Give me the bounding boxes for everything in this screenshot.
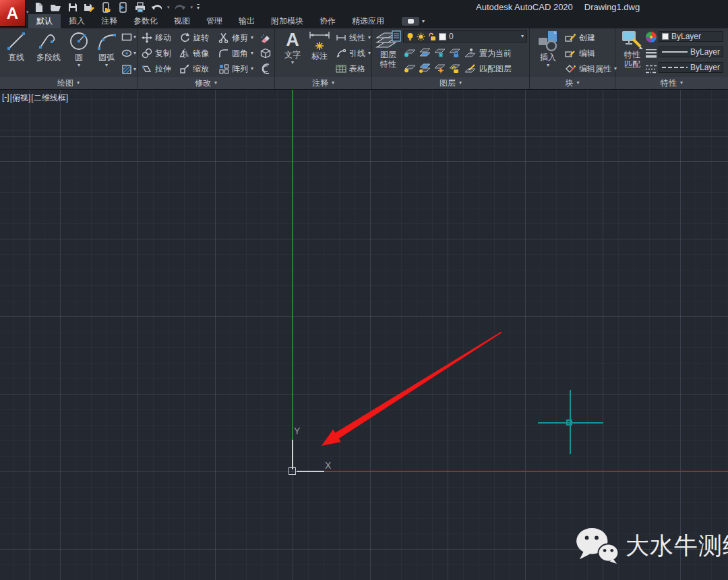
layer-unlock-button[interactable] bbox=[448, 62, 460, 74]
linear-label: 线性 bbox=[349, 32, 365, 44]
trim-button[interactable]: 修剪 ▾ bbox=[218, 31, 253, 45]
redo-button[interactable] bbox=[174, 1, 187, 13]
tab-home[interactable]: 默认 bbox=[28, 14, 61, 28]
layer-on-button[interactable] bbox=[403, 62, 416, 74]
tab-output[interactable]: 输出 bbox=[231, 14, 263, 28]
edit-attributes-button[interactable]: 编辑属性 ▾ bbox=[565, 62, 617, 76]
viewport-visual-style-control[interactable]: [二维线框] bbox=[31, 92, 68, 104]
customize-quick-access-icon[interactable]: ▾ bbox=[197, 4, 200, 11]
layer-properties-label-line1: 图层 bbox=[380, 51, 396, 59]
ellipse-button[interactable]: ▾ bbox=[121, 47, 136, 59]
application-menu-button[interactable]: A bbox=[0, 0, 26, 27]
cube-icon bbox=[260, 48, 271, 59]
rectangle-button[interactable]: ▾ bbox=[121, 31, 136, 43]
open-from-web-mobile-button[interactable] bbox=[100, 1, 113, 13]
tab-label: 协作 bbox=[320, 16, 336, 27]
open-file-button[interactable] bbox=[49, 1, 62, 13]
layer-lock-button[interactable] bbox=[448, 47, 460, 59]
layer-bulb-on-icon bbox=[403, 63, 416, 74]
text-icon: A bbox=[286, 30, 299, 50]
polyline-icon bbox=[38, 30, 59, 53]
tab-collaborate[interactable]: 协作 bbox=[311, 14, 344, 28]
lineweight-value: ByLayer bbox=[690, 47, 720, 57]
tab-parametric[interactable]: 参数化 bbox=[125, 14, 166, 28]
offset-button[interactable] bbox=[260, 62, 271, 76]
match-properties-button[interactable]: 特性 匹配 bbox=[619, 30, 645, 69]
lineweight-button[interactable] bbox=[645, 47, 657, 59]
tab-view[interactable]: 视图 bbox=[166, 14, 198, 28]
undo-button[interactable] bbox=[150, 1, 163, 13]
erase-button[interactable] bbox=[260, 31, 272, 45]
save-as-button[interactable] bbox=[83, 1, 96, 13]
linetype-button[interactable] bbox=[645, 63, 657, 75]
layer-isolate-button[interactable] bbox=[418, 47, 431, 59]
tab-annotate[interactable]: 注释 bbox=[93, 14, 125, 28]
stretch-button[interactable]: 拉伸 bbox=[142, 62, 171, 76]
circle-button[interactable]: 圆 ▾ bbox=[67, 30, 90, 68]
layer-select-dropdown[interactable]: 0 ▾ bbox=[403, 30, 527, 42]
panel-footer-label: 图层 bbox=[439, 78, 456, 89]
save-to-web-mobile-button[interactable] bbox=[117, 1, 129, 13]
ucs-x-label: X bbox=[325, 460, 331, 471]
leader-button[interactable]: 引线 ▾ bbox=[336, 47, 371, 60]
set-current-layer-icon bbox=[464, 48, 477, 59]
move-button[interactable]: 移动 bbox=[142, 31, 171, 45]
panel-footer-block[interactable]: 块 ▾ bbox=[530, 77, 615, 89]
hatch-button[interactable]: ▾ bbox=[121, 63, 136, 76]
match-layer-button[interactable]: 匹配图层 bbox=[464, 62, 512, 76]
panel-footer-properties[interactable]: 特性 ▾ bbox=[615, 77, 728, 89]
printer-icon bbox=[135, 2, 146, 13]
layer-freeze-button[interactable] bbox=[433, 47, 446, 59]
edit-block-button[interactable]: 编辑 bbox=[565, 47, 595, 60]
layer-unisolate-button[interactable] bbox=[418, 62, 431, 74]
lineweight-dropdown[interactable]: ByLayer bbox=[659, 47, 723, 57]
create-block-button[interactable]: 创建 bbox=[565, 31, 595, 45]
line-button[interactable]: 直线 bbox=[2, 30, 30, 62]
drawing-area[interactable]: [-] [俯视] [二维线框] Y X bbox=[0, 90, 728, 580]
dropdown-arrow-icon: ▾ bbox=[251, 35, 253, 40]
layer-off-button[interactable] bbox=[403, 47, 416, 59]
explode-button[interactable] bbox=[260, 47, 271, 60]
object-color-dropdown[interactable]: ByLayer bbox=[659, 31, 723, 42]
dimension-button[interactable]: 标注 bbox=[306, 30, 333, 61]
redo-dropdown-icon[interactable]: ▾ bbox=[191, 5, 193, 10]
viewport-view-control[interactable]: [俯视] bbox=[10, 92, 31, 104]
tab-featured-apps[interactable]: 精选应用 bbox=[344, 14, 392, 28]
arc-button[interactable]: 圆弧 ▾ bbox=[92, 30, 121, 68]
set-current-layer-button[interactable]: 置为当前 bbox=[464, 47, 512, 60]
tab-manage[interactable]: 管理 bbox=[198, 14, 231, 28]
panel-footer-modify[interactable]: 修改 ▾ bbox=[138, 77, 274, 89]
color-wheel-button[interactable] bbox=[645, 31, 657, 43]
save-icon bbox=[67, 2, 78, 13]
fillet-button[interactable]: 圆角 ▾ bbox=[218, 47, 253, 60]
layer-properties-button[interactable]: 图层 特性 bbox=[375, 30, 402, 69]
viewport-control-menu[interactable]: [-] bbox=[2, 92, 9, 104]
panel-footer-draw[interactable]: 绘图 ▾ bbox=[0, 77, 137, 89]
linetype-dropdown[interactable]: ByLayer bbox=[659, 62, 723, 73]
mirror-button[interactable]: 镜像 bbox=[179, 47, 209, 60]
panel-footer-annotate[interactable]: 注释 ▾ bbox=[275, 77, 371, 89]
ribbon-display-button[interactable]: ▾ bbox=[402, 14, 425, 28]
plot-button[interactable] bbox=[133, 1, 146, 13]
dropdown-arrow-icon: ▾ bbox=[521, 34, 524, 39]
rotate-button[interactable]: 旋转 bbox=[179, 31, 209, 45]
edit-attributes-icon bbox=[565, 63, 576, 74]
insert-block-button[interactable]: 插入 ▾ bbox=[535, 30, 561, 68]
layer-thaw-button[interactable] bbox=[433, 62, 446, 74]
save-button[interactable] bbox=[66, 1, 79, 13]
table-button[interactable]: 表格 bbox=[336, 62, 365, 76]
panel-modify: 移动 旋转 修剪 ▾ 复制 镜像 bbox=[138, 28, 275, 89]
text-button[interactable]: A 文字 ▾ bbox=[280, 30, 305, 65]
tab-addins[interactable]: 附加模块 bbox=[263, 14, 311, 28]
undo-dropdown-icon[interactable]: ▾ bbox=[167, 5, 170, 10]
polyline-button[interactable]: 多段线 bbox=[31, 30, 66, 62]
copy-button[interactable]: 复制 bbox=[142, 47, 171, 60]
panel-footer-layers[interactable]: 图层 ▾ bbox=[372, 77, 529, 89]
tab-insert[interactable]: 插入 bbox=[61, 14, 93, 28]
new-file-button[interactable] bbox=[32, 1, 45, 13]
scale-button[interactable]: 缩放 bbox=[179, 62, 209, 76]
array-button[interactable]: 阵列 ▾ bbox=[218, 62, 253, 76]
panel-properties: 特性 匹配 ByLayer ByLayer bbox=[615, 28, 728, 89]
linear-dimension-button[interactable]: 线性 ▾ bbox=[336, 31, 371, 45]
scale-label: 缩放 bbox=[193, 63, 209, 75]
